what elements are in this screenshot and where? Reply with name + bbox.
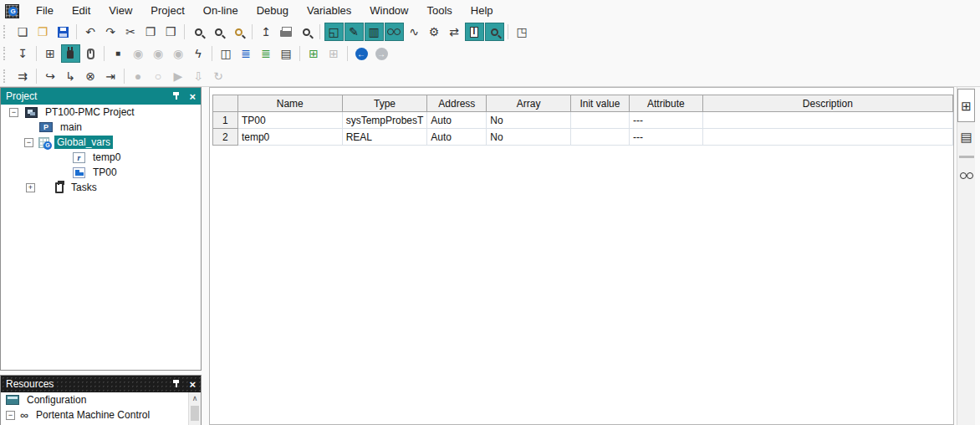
loop-run-button[interactable]: ↻: [209, 67, 228, 85]
table-cell[interactable]: Auto: [427, 129, 487, 146]
undo-button[interactable]: ↶: [81, 23, 100, 41]
print-button[interactable]: [277, 23, 296, 41]
table-cell[interactable]: ---: [629, 129, 702, 146]
project-window-button[interactable]: ◱: [324, 23, 344, 41]
online-values-button[interactable]: ◫: [217, 44, 236, 63]
find-in-project-button[interactable]: [229, 23, 248, 41]
pin-icon[interactable]: [171, 91, 181, 101]
trigger-list-button[interactable]: ▤: [277, 44, 296, 63]
oscilloscope-window-button[interactable]: ∿: [405, 23, 424, 41]
table-cell[interactable]: ---: [629, 112, 702, 129]
table-cell[interactable]: REAL: [342, 129, 427, 146]
close-icon[interactable]: ×: [187, 91, 197, 102]
connect-button[interactable]: [61, 44, 80, 63]
library-window-button[interactable]: ▥: [365, 23, 384, 41]
live-debug-button[interactable]: ⇉: [13, 67, 33, 85]
toolbar-grip[interactable]: [3, 69, 9, 83]
hot-restart-button[interactable]: ◉: [169, 44, 188, 63]
resources-scrollbar[interactable]: ∧: [188, 392, 201, 425]
flash-download-button[interactable]: ϟ: [189, 44, 208, 63]
grid-view-button[interactable]: ⊞: [957, 89, 975, 122]
col-header-address[interactable]: Address: [427, 95, 487, 112]
redo-button[interactable]: ↷: [101, 23, 120, 41]
find-button[interactable]: [189, 23, 208, 41]
col-header-init-value[interactable]: Init value: [571, 95, 630, 112]
tree-item-global-vars[interactable]: −Global_vars: [1, 135, 201, 150]
text-view-button[interactable]: ▤: [957, 125, 975, 147]
table-cell[interactable]: No: [487, 112, 571, 129]
menu-window[interactable]: Window: [360, 0, 417, 22]
expand-toggle-icon[interactable]: −: [24, 138, 33, 147]
col-header-array[interactable]: Array: [487, 95, 571, 112]
col-header-rownum[interactable]: [213, 95, 238, 112]
full-screen-button[interactable]: ◳: [513, 23, 532, 41]
expand-toggle-icon[interactable]: −: [6, 411, 15, 420]
add-breakpoint-button[interactable]: ●: [129, 67, 148, 85]
menu-project[interactable]: Project: [141, 0, 193, 22]
output-window-button[interactable]: I: [465, 23, 484, 41]
menu-view[interactable]: View: [100, 0, 141, 22]
toolbar-grip[interactable]: [3, 25, 9, 38]
table-cell[interactable]: TP00: [237, 112, 342, 129]
continue-run-button[interactable]: ▶: [169, 67, 188, 85]
menu-tools[interactable]: Tools: [418, 0, 462, 22]
table-cell[interactable]: Auto: [427, 112, 487, 129]
table-cell[interactable]: [571, 112, 630, 129]
mouse-actions-button[interactable]: [81, 44, 100, 63]
pin-icon[interactable]: [171, 379, 181, 389]
table-cell[interactable]: [702, 129, 952, 146]
step-into-button[interactable]: ↳: [61, 67, 80, 85]
stop-debug-button[interactable]: ⊗: [81, 67, 100, 85]
delete-record-button[interactable]: ⊞: [324, 44, 344, 63]
tree-item-pt100-pmc-project[interactable]: −PT100-PMC Project: [1, 105, 201, 120]
warm-restart-button[interactable]: ◉: [149, 44, 168, 63]
find-next-button[interactable]: [209, 23, 228, 41]
step-down-button[interactable]: ⇩: [189, 67, 208, 85]
tree-item-tasks[interactable]: +Tasks: [1, 180, 201, 195]
menu-on-line[interactable]: On-line: [194, 0, 248, 22]
navigate-back-button[interactable]: [352, 44, 371, 63]
tree-item-temp0[interactable]: rtemp0: [1, 150, 201, 165]
scroll-up-icon[interactable]: ∧: [189, 392, 201, 404]
copy-button[interactable]: ❐: [141, 23, 161, 41]
menu-file[interactable]: File: [27, 0, 63, 22]
navigate-forward-button[interactable]: [372, 44, 391, 63]
new-page-button[interactable]: ❏: [13, 23, 33, 41]
toolbar-grip[interactable]: [3, 47, 9, 60]
simulation-mode-button[interactable]: ⊞: [41, 44, 60, 63]
cut-button[interactable]: ✂: [121, 23, 140, 41]
export-source-button[interactable]: ↥: [257, 23, 276, 41]
table-cell[interactable]: temp0: [237, 129, 342, 146]
scrollbar-thumb[interactable]: [191, 406, 199, 421]
cross-reference-window-button[interactable]: ⇄: [445, 23, 464, 41]
expand-toggle-icon[interactable]: −: [9, 108, 18, 117]
col-header-attribute[interactable]: Attribute: [629, 95, 702, 112]
row-number-cell[interactable]: 1: [213, 112, 238, 129]
open-project-button[interactable]: ❐: [33, 23, 53, 41]
tree-item-tp00[interactable]: TP00: [1, 165, 201, 180]
watch-variables-button[interactable]: [957, 165, 975, 187]
insert-record-button[interactable]: ⊞: [304, 44, 324, 63]
tree-item-main[interactable]: Pmain: [1, 120, 201, 135]
cold-restart-button[interactable]: ◉: [129, 44, 148, 63]
menu-variables[interactable]: Variables: [298, 0, 360, 22]
run-to-cursor-button[interactable]: ⇥: [101, 67, 120, 85]
menu-debug[interactable]: Debug: [248, 0, 298, 22]
menu-help[interactable]: Help: [462, 0, 503, 22]
tool-window-button[interactable]: ✎: [345, 23, 364, 41]
tree-item-portenta-machine-control[interactable]: −∞Portenta Machine Control: [1, 407, 201, 422]
table-cell[interactable]: [571, 129, 630, 146]
row-number-cell[interactable]: 2: [213, 129, 238, 146]
expand-toggle-icon[interactable]: +: [26, 183, 35, 192]
print-preview-button[interactable]: [297, 23, 316, 41]
remove-breakpoint-button[interactable]: ○: [149, 67, 168, 85]
col-header-description[interactable]: Description: [702, 95, 952, 112]
col-header-name[interactable]: Name: [237, 95, 342, 112]
device-window-button[interactable]: ⚙: [425, 23, 444, 41]
table-cell[interactable]: No: [487, 129, 571, 146]
watch-window-button[interactable]: [385, 23, 404, 41]
step-over-button[interactable]: ↪: [41, 67, 60, 85]
halt-button[interactable]: ■: [109, 44, 128, 63]
col-header-type[interactable]: Type: [342, 95, 427, 112]
menu-edit[interactable]: Edit: [63, 0, 100, 22]
